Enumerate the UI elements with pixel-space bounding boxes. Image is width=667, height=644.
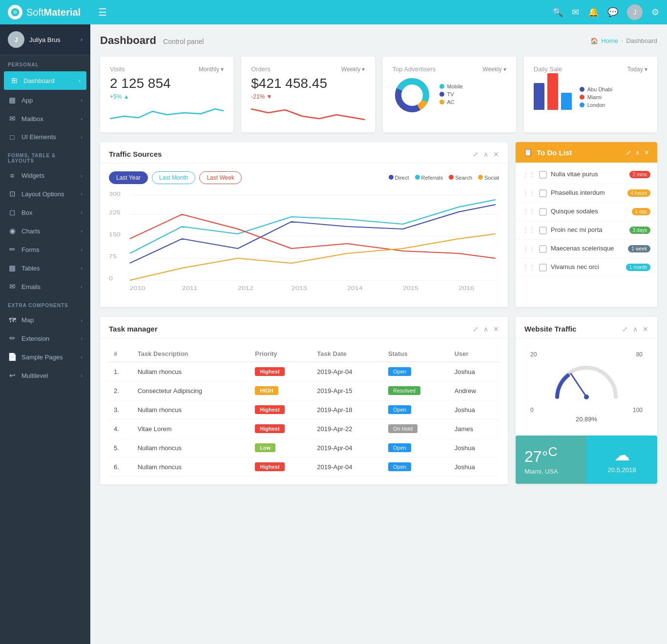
cell-date: 2019-Apr-04: [312, 457, 383, 477]
traffic-card-body: Last Year Last Month Last Week Direct Re…: [100, 164, 508, 307]
todo-check-2[interactable]: [539, 189, 547, 197]
dot-ac: [439, 100, 444, 104]
advertisers-period[interactable]: Weekly ▾: [482, 66, 506, 73]
drag-handle-4[interactable]: ⋮⋮: [522, 226, 535, 233]
forms-icon: ✏: [8, 245, 17, 254]
col-user: User: [450, 346, 499, 362]
daily-sale-period[interactable]: Today ▾: [627, 66, 647, 73]
task-close-icon[interactable]: ✕: [493, 325, 499, 333]
daily-sale-header: Daily Sale Today ▾: [534, 65, 647, 73]
todo-expand-icon[interactable]: ⤢: [626, 149, 631, 156]
hamburger-button[interactable]: ☰: [98, 6, 107, 18]
legend-miami-daily: Miami: [580, 94, 612, 100]
sidebar-item-app[interactable]: ▦ App ›: [0, 91, 90, 109]
sidebar-label-box: Box: [21, 209, 76, 216]
cell-status: Open: [383, 457, 450, 477]
svg-point-3: [401, 84, 423, 106]
table-row: 5. Nullam rhoncus Low 2019-Apr-04 Open J…: [109, 438, 499, 457]
sidebar-item-map[interactable]: 🗺 Map ›: [0, 311, 90, 329]
drag-handle-2[interactable]: ⋮⋮: [522, 189, 535, 196]
sidebar-item-mailbox[interactable]: ✉ Mailbox ›: [0, 109, 90, 128]
visits-title: Visits: [110, 65, 125, 73]
visits-header: Visits Monthly ▾: [110, 65, 224, 73]
todo-text-6: Vivamus nec orci: [551, 263, 622, 270]
daily-sale-inner: Abu Dhabi Miami London: [534, 76, 647, 110]
todo-close-icon[interactable]: ✕: [644, 149, 649, 156]
traffic-close-icon[interactable]: ✕: [493, 150, 499, 158]
cell-date: 2019-Apr-22: [312, 419, 383, 438]
sidebar-item-tables[interactable]: ▦ Tables ›: [0, 259, 90, 277]
drag-handle-3[interactable]: ⋮⋮: [522, 208, 535, 215]
todo-badge-2: 4 hours: [627, 189, 650, 197]
weather-city: Miami, USA: [524, 468, 578, 475]
sidebar-user[interactable]: J Juliya Brus ›: [0, 24, 90, 55]
svg-text:300: 300: [109, 191, 121, 197]
breadcrumb-home-link[interactable]: Home: [601, 37, 618, 44]
orders-period[interactable]: Weekly ▾: [341, 66, 365, 73]
drag-handle-1[interactable]: ⋮⋮: [522, 170, 535, 178]
mail-icon[interactable]: ✉: [572, 7, 579, 18]
traffic-legend: Direct Referrals Search Social: [389, 175, 499, 181]
drag-handle-5[interactable]: ⋮⋮: [522, 245, 535, 252]
filter-last-week[interactable]: Last Week: [199, 171, 241, 184]
tables-icon: ▦: [8, 264, 17, 272]
todo-check-4[interactable]: [539, 227, 547, 234]
drag-handle-6[interactable]: ⋮⋮: [522, 263, 535, 270]
sidebar-label-multilevel: Multilevel: [21, 372, 76, 379]
todo-check-5[interactable]: [539, 245, 547, 253]
todo-collapse-icon[interactable]: ∧: [635, 149, 640, 156]
traffic-collapse-icon[interactable]: ∧: [483, 150, 488, 158]
sidebar-item-emails[interactable]: ✉ Emails ›: [0, 277, 90, 296]
sidebar-label-map: Map: [21, 316, 76, 324]
wt-close-icon[interactable]: ✕: [643, 325, 648, 333]
breadcrumb: 🏠 Home › Dashboard: [590, 37, 657, 44]
todo-check-1[interactable]: [539, 171, 547, 179]
sidebar-item-ui[interactable]: □ UI Elements ›: [0, 128, 90, 146]
svg-text:2012: 2012: [238, 286, 253, 291]
task-collapse-icon[interactable]: ∧: [483, 325, 488, 333]
gauge-svg: [547, 358, 625, 407]
sidebar-item-layout[interactable]: ⊡ Layout Options ›: [0, 185, 90, 203]
sidebar-item-sample[interactable]: 📄 Sample Pages ›: [0, 348, 90, 366]
gear-icon[interactable]: ⚙: [651, 7, 659, 18]
legend-london: London: [580, 102, 612, 108]
sidebar-item-charts[interactable]: ◉ Charts ›: [0, 222, 90, 240]
sidebar-user-name: Juliya Brus: [29, 36, 76, 43]
sidebar-label-emails: Emails: [21, 283, 76, 291]
sidebar-item-widgets[interactable]: ≡ Widgets ›: [0, 166, 90, 185]
app-logo[interactable]: SoftMaterial: [8, 5, 98, 20]
wt-collapse-icon[interactable]: ∧: [633, 325, 638, 333]
charts-icon: ◉: [8, 227, 17, 235]
daily-sale-title: Daily Sale: [534, 65, 563, 73]
box-arrow: ›: [81, 209, 83, 215]
user-avatar[interactable]: J: [627, 4, 643, 20]
layout-arrow: ›: [81, 191, 83, 197]
sidebar-item-dashboard[interactable]: ⊞ Dashboard ›: [4, 71, 86, 90]
sidebar-item-extension[interactable]: ✏ Extension ›: [0, 329, 90, 348]
chat-icon[interactable]: 💬: [607, 7, 618, 18]
bell-icon[interactable]: 🔔: [588, 7, 599, 18]
svg-text:2016: 2016: [459, 286, 474, 291]
todo-item-1: ⋮⋮ Nulla vitae purus 2 mins: [516, 166, 657, 184]
sidebar-item-forms[interactable]: ✏ Forms ›: [0, 240, 90, 259]
cell-date: 2019-Apr-04: [312, 362, 383, 381]
legend-referrals: Referrals: [415, 175, 443, 181]
search-icon[interactable]: 🔍: [552, 7, 563, 18]
wt-expand-icon[interactable]: ⤢: [622, 325, 628, 333]
filter-last-year[interactable]: Last Year: [109, 171, 148, 184]
task-expand-icon[interactable]: ⤢: [473, 325, 479, 333]
logo-icon: [8, 5, 22, 20]
traffic-expand-icon[interactable]: ⤢: [473, 150, 479, 158]
todo-check-3[interactable]: [539, 208, 547, 216]
sidebar-label-layout: Layout Options: [21, 190, 76, 198]
sidebar-item-multilevel[interactable]: ↩ Multilevel ›: [0, 366, 90, 385]
todo-check-6[interactable]: [539, 264, 547, 271]
cell-priority: HIGH: [250, 381, 312, 400]
advertisers-header: Top Advertisers Weekly ▾: [393, 65, 506, 73]
sidebar-item-box[interactable]: ◻ Box ›: [0, 203, 90, 222]
filter-last-month[interactable]: Last Month: [152, 171, 195, 184]
visits-period[interactable]: Monthly ▾: [199, 66, 224, 73]
gauge-percentage: 20.89%: [576, 415, 597, 423]
task-title: Task manager: [109, 325, 158, 333]
traffic-card-controls: ⤢ ∧ ✕: [473, 150, 499, 158]
